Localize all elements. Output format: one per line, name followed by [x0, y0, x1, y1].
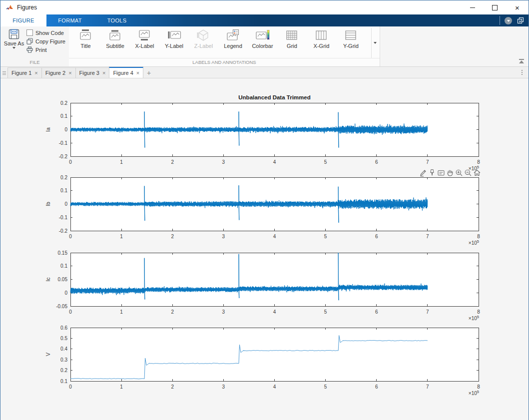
x-tick-label: 3 — [222, 159, 225, 165]
zoom-out-icon — [464, 169, 472, 177]
x-tick-label: 3 — [222, 309, 225, 315]
copy-figure-button[interactable]: Copy Figure — [26, 38, 65, 44]
x-tick-label: 0 — [69, 234, 72, 239]
close-tab-icon[interactable]: × — [102, 70, 105, 76]
gallery-item-x-label[interactable]: X-Label — [130, 28, 159, 49]
ribbon-tab-figure[interactable]: FIGURE — [0, 14, 46, 26]
minimize-icon — [470, 7, 475, 8]
print-button[interactable]: Print — [26, 46, 65, 53]
x-label-icon — [138, 29, 152, 42]
brush-icon — [428, 169, 436, 177]
undock-icon — [517, 17, 524, 24]
x-tick-label: 2 — [171, 384, 174, 390]
subplot-ib[interactable]: 012345678-0.2-0.100.10.2×105Ib — [45, 175, 480, 246]
x-tick-label: 4 — [273, 234, 276, 239]
gallery-item-legend[interactable]: Legend — [218, 28, 248, 49]
collapse-ribbon-icon — [519, 59, 524, 60]
minimize-button[interactable] — [461, 0, 484, 14]
figure-tab-figure-3[interactable]: Figure 3× — [75, 67, 110, 78]
y-tick-label: -0.2 — [59, 228, 68, 234]
gallery-item-grid[interactable]: Grid — [277, 28, 307, 49]
close-tab-icon[interactable]: × — [34, 70, 37, 76]
x-tick-label: 3 — [222, 234, 225, 239]
gallery-section-label: LABELS AND ANNOTATIONS — [69, 58, 380, 66]
save-as-button[interactable]: Save As — [3, 29, 24, 49]
y-tick-label: 0.5 — [60, 336, 67, 341]
y-grid-icon — [344, 29, 358, 42]
figure-tab-figure-2[interactable]: Figure 2× — [41, 67, 76, 78]
close-tab-icon[interactable]: × — [68, 70, 71, 76]
x-tick-label: 4 — [273, 159, 276, 165]
gallery-overflow-button[interactable] — [371, 28, 379, 58]
undock-button[interactable] — [517, 16, 525, 25]
close-button[interactable]: × — [506, 0, 529, 14]
gallery-item-x-grid[interactable]: X-Grid — [307, 28, 336, 49]
show-code-checkbox[interactable]: Show Code — [26, 29, 65, 36]
gallery-item-label: Grid — [287, 43, 297, 49]
y-tick-label: 0.2 — [60, 175, 67, 180]
subplot-ic[interactable]: 012345678-0.0500.050.10.15×105Ic — [45, 250, 480, 322]
datatip-button[interactable] — [437, 168, 445, 177]
x-tick-label: 8 — [477, 309, 480, 315]
gallery-item-label: Title — [80, 43, 90, 49]
subplots-svg[interactable]: 012345678-0.2-0.100.10.2×105IaUnbalanced… — [0, 78, 529, 420]
collapse-ribbon-button[interactable] — [519, 59, 525, 63]
matlab-logo-icon — [5, 3, 13, 11]
ribbon-tab-bar: FIGURE FORMAT TOOLS — [0, 14, 529, 26]
maximize-button[interactable] — [484, 0, 506, 14]
titlebar: Figures × — [0, 0, 529, 14]
gallery-item-colorbar[interactable]: Colorbar — [248, 28, 277, 49]
restore-view-button[interactable] — [473, 168, 481, 177]
new-figure-tab-button[interactable]: + — [143, 67, 155, 78]
gallery-item-label: Colorbar — [252, 43, 273, 49]
pan-button[interactable] — [446, 168, 454, 177]
x-tick-label: 4 — [273, 309, 276, 315]
ribbon-tab-bar-fill: FORMAT TOOLS — [46, 14, 529, 26]
subplot-ia[interactable]: 012345678-0.2-0.100.10.2×105IaUnbalanced… — [45, 94, 480, 171]
zoom-out-button[interactable] — [464, 168, 472, 177]
x-tick-label: 2 — [171, 309, 174, 315]
x-tick-label: 0 — [69, 159, 72, 165]
close-tab-icon[interactable]: × — [136, 70, 139, 76]
export-button[interactable] — [419, 168, 427, 177]
y-tick-label: 0.1 — [60, 188, 67, 193]
pan-icon — [446, 169, 454, 177]
ribbon-options-button[interactable] — [505, 17, 512, 24]
gallery-item-label: Z-Label — [194, 43, 213, 49]
y-tick-label: 0.1 — [60, 263, 67, 269]
tabstrip-menu-button[interactable] — [519, 68, 526, 76]
axes-toolbar — [419, 168, 481, 177]
x-tick-label: 6 — [375, 309, 378, 315]
x-exponent-label: ×105 — [469, 239, 479, 246]
x-tick-label: 1 — [120, 234, 123, 239]
window-title: Figures — [17, 4, 37, 11]
figure-tab-figure-4[interactable]: Figure 4× — [109, 67, 143, 78]
y-tick-label: 0.3 — [60, 357, 67, 363]
figure-tab-figure-1[interactable]: Figure 1× — [7, 67, 42, 78]
y-tick-label: -0.1 — [59, 140, 68, 146]
gallery-item-y-grid[interactable]: Y-Grid — [336, 28, 366, 49]
ribbon-tab-format[interactable]: FORMAT — [46, 14, 93, 26]
x-tick-label: 3 — [222, 384, 225, 390]
y-axis-label: Ia — [45, 127, 51, 132]
x-exponent-label: ×105 — [469, 315, 479, 321]
labels-annotations-section: TitleSubtitleX-LabelY-LabelZ-LabelLegend… — [69, 26, 380, 66]
x-tick-label: 7 — [426, 234, 429, 239]
zoom-in-button[interactable] — [455, 168, 463, 177]
ribbon-tab-tools[interactable]: TOOLS — [93, 14, 140, 26]
brush-button[interactable] — [428, 168, 436, 177]
y-tick-label: 0.15 — [58, 250, 68, 256]
x-tick-label: 0 — [69, 384, 72, 390]
y-tick-label: 0.1 — [60, 379, 67, 384]
copy-figure-label: Copy Figure — [35, 38, 65, 44]
x-tick-label: 5 — [324, 384, 327, 390]
subplot-v[interactable]: 0123456780.10.20.30.40.50.6×105V — [45, 325, 480, 397]
gallery-item-title[interactable]: Title — [71, 28, 100, 49]
tabstrip-drag-handle[interactable] — [0, 69, 7, 77]
x-tick-label: 4 — [273, 384, 276, 390]
gallery-item-label: X-Grid — [314, 43, 330, 49]
gallery-item-subtitle[interactable]: Subtitle — [100, 28, 130, 49]
x-tick-label: 8 — [477, 159, 480, 165]
gallery-item-y-label[interactable]: Y-Label — [159, 28, 189, 49]
y-tick-label: 0.2 — [60, 368, 67, 373]
